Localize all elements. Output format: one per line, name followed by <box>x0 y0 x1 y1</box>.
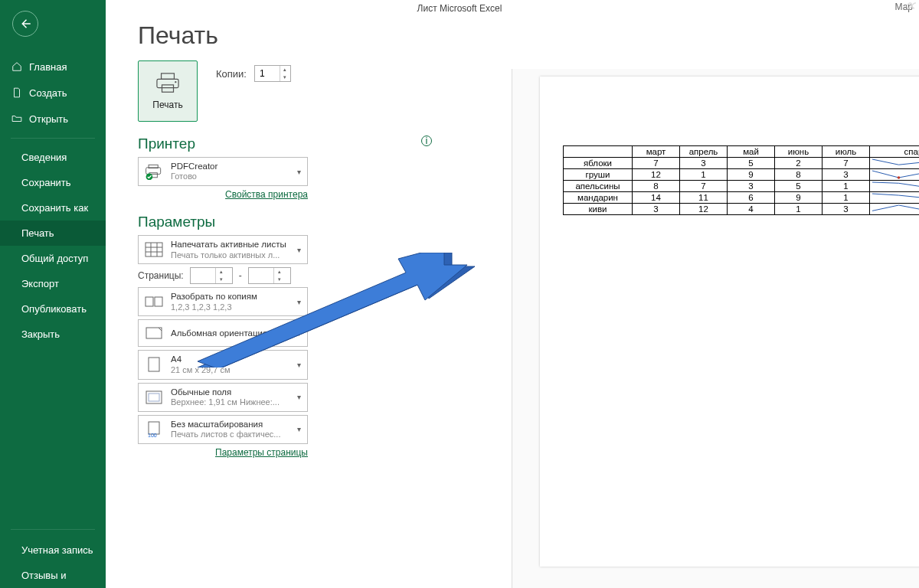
page-from-spinner[interactable]: ▴▾ <box>190 267 233 284</box>
table-cell: 5 <box>775 181 823 192</box>
svg-rect-0 <box>162 74 175 80</box>
printer-dropdown[interactable]: PDFCreator Готово ▾ <box>138 157 308 186</box>
sparkline-icon <box>870 192 919 202</box>
svg-rect-14 <box>155 297 162 306</box>
row-label: яблоки <box>564 158 633 169</box>
grid-icon <box>143 242 165 257</box>
print-button[interactable]: Печать <box>138 60 198 122</box>
margins-icon <box>143 390 165 404</box>
row-label: мандарин <box>564 192 633 204</box>
svg-text:100: 100 <box>148 433 157 438</box>
table-cell: 3 <box>680 158 728 169</box>
printer-properties-link[interactable]: Свойства принтера <box>138 189 308 200</box>
sidebar-item-label: Открыть <box>29 113 68 125</box>
landscape-icon <box>143 327 165 339</box>
scaling-sub: Печать листов с фактичес... <box>171 430 289 440</box>
sidebar-item-close[interactable]: Закрыть <box>0 322 106 347</box>
sidebar-item-new[interactable]: Создать <box>0 80 106 106</box>
table-header <box>564 146 633 158</box>
page-from-input[interactable] <box>191 268 215 283</box>
sidebar-item-label: Отзывы и <box>21 570 67 581</box>
sidebar-item-label: Сохранить <box>21 177 71 188</box>
sidebar-item-label: Опубликовать <box>21 303 87 315</box>
collate-dropdown[interactable]: Разобрать по копиям1,2,3 1,2,3 1,2,3 ▾ <box>138 287 308 316</box>
print-preview: мартапрельмайиюньиюльспарклайн яблоки735… <box>512 69 919 588</box>
margins-dropdown[interactable]: Обычные поляВерхнее: 1,91 см Нижнее:... … <box>138 383 308 412</box>
row-label: груши <box>564 169 633 181</box>
table-row: груши121983 <box>564 169 920 181</box>
info-icon[interactable]: i <box>421 136 432 146</box>
sidebar-item-open[interactable]: Открыть <box>0 106 106 132</box>
table-header: спарклайн <box>870 146 920 158</box>
settings-section-label: Параметры <box>138 214 447 230</box>
spinner-down-icon[interactable]: ▾ <box>280 74 290 81</box>
copies-spinner[interactable]: ▴▾ <box>254 65 291 82</box>
print-what-dropdown[interactable]: Напечатать активные листы Печать только … <box>138 235 308 264</box>
sidebar-item-label: Общий доступ <box>21 253 88 264</box>
sparkline-cell <box>870 192 920 204</box>
sidebar-item-publish[interactable]: Опубликовать <box>0 296 106 322</box>
sidebar-item-saveas[interactable]: Сохранить как <box>0 195 106 220</box>
table-cell: 3 <box>823 204 870 215</box>
spinner-up-icon[interactable]: ▴ <box>216 268 227 276</box>
table-cell: 7 <box>680 181 728 192</box>
print-what-sub: Печать только активных л... <box>171 250 289 261</box>
sidebar-item-export[interactable]: Экспорт <box>0 271 106 296</box>
printer-name: PDFCreator <box>171 161 289 172</box>
sidebar-item-info[interactable]: Сведения <box>0 145 106 170</box>
copies-input[interactable] <box>255 66 280 81</box>
collate-icon <box>143 296 165 308</box>
spinner-up-icon[interactable]: ▴ <box>274 268 286 276</box>
sidebar-item-label: Сведения <box>21 152 67 163</box>
spinner-up-icon[interactable]: ▴ <box>280 66 290 74</box>
table-cell: 12 <box>633 169 680 181</box>
spinner-down-icon[interactable]: ▾ <box>216 276 227 283</box>
table-cell: 8 <box>633 181 680 192</box>
table-header: май <box>728 146 775 158</box>
paper-size-dropdown[interactable]: A421 см x 29,7 см ▾ <box>138 350 308 379</box>
svg-rect-18 <box>149 394 159 401</box>
divider <box>11 138 95 139</box>
sidebar-item-account[interactable]: Учетная запись <box>0 537 106 563</box>
chevron-down-icon: ▾ <box>296 361 303 369</box>
svg-rect-13 <box>146 297 153 306</box>
table-cell: 4 <box>728 204 775 215</box>
paper-title: A4 <box>171 354 289 364</box>
orientation-dropdown[interactable]: Альбомная ориентация ▾ <box>138 319 308 347</box>
page-icon <box>143 357 165 372</box>
chevron-down-icon: ▾ <box>296 425 303 433</box>
sidebar-item-share[interactable]: Общий доступ <box>0 246 106 271</box>
sidebar-item-save[interactable]: Сохранить <box>0 170 106 195</box>
table-row: мандарин1411691 <box>564 192 920 204</box>
table-header: июль <box>823 146 870 158</box>
sparkline-icon <box>870 169 919 179</box>
table-cell: 8 <box>775 169 823 181</box>
orientation-title: Альбомная ориентация <box>171 328 289 338</box>
svg-point-22 <box>898 176 901 179</box>
table-cell: 14 <box>633 192 680 204</box>
svg-rect-2 <box>162 85 174 92</box>
chevron-down-icon: ▾ <box>296 329 303 338</box>
table-row: апельсины87351 <box>564 181 920 192</box>
sidebar-item-feedback[interactable]: Отзывы и <box>0 563 106 588</box>
sidebar-item-home[interactable]: Главная <box>0 54 106 80</box>
chevron-down-icon: ▾ <box>296 168 303 176</box>
page-setup-link[interactable]: Параметры страницы <box>138 447 308 458</box>
sidebar-item-print[interactable]: Печать <box>0 220 106 246</box>
sidebar-item-label: Учетная запись <box>21 544 93 556</box>
sidebar-item-label: Закрыть <box>21 328 60 340</box>
sparkline-cell <box>870 204 920 215</box>
home-icon <box>11 60 23 73</box>
scaling-dropdown[interactable]: 100 Без масштабированияПечать листов с ф… <box>138 415 308 444</box>
table-cell: 1 <box>823 192 870 204</box>
page-title: Печать <box>138 21 919 50</box>
page-to-input[interactable] <box>249 268 273 283</box>
spinner-down-icon[interactable]: ▾ <box>274 276 286 283</box>
page-to-spinner[interactable]: ▴▾ <box>248 267 291 284</box>
printer-icon <box>155 72 181 95</box>
table-cell: 3 <box>633 204 680 215</box>
scaling-icon: 100 <box>143 421 165 438</box>
divider <box>11 529 95 530</box>
table-cell: 3 <box>728 181 775 192</box>
sparkline-cell <box>870 181 920 192</box>
